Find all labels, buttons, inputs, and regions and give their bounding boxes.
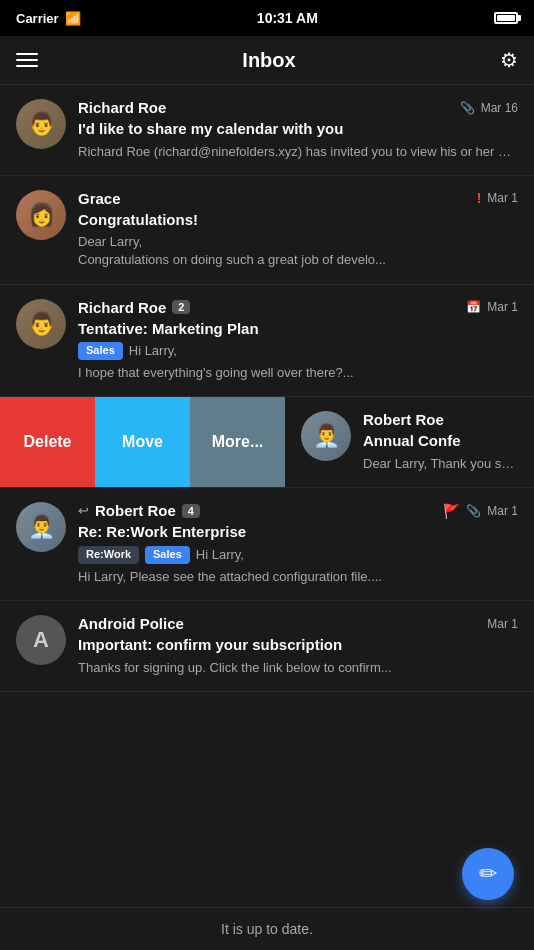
email-preview: Dear Larry, Thank you so ver xyxy=(363,455,518,473)
email-content: Android Police Mar 1 Important: confirm … xyxy=(78,615,518,677)
bottom-bar: It is up to date. xyxy=(0,907,534,950)
avatar: 👨‍💼 xyxy=(301,411,351,461)
inline-preview: Hi Larry, xyxy=(196,546,244,564)
email-subject: Congratulations! xyxy=(78,210,518,230)
email-list: 👨 Richard Roe 📎 Mar 16 I'd like to share… xyxy=(0,85,534,692)
swipe-actions: Delete Move More... xyxy=(0,397,285,487)
email-subject: Re: Re:Work Enterprise xyxy=(78,522,518,542)
more-button[interactable]: More... xyxy=(190,397,285,487)
email-preview: Thanks for signing up. Click the link be… xyxy=(78,659,518,677)
menu-button[interactable] xyxy=(16,53,38,67)
sender-name: Richard Roe xyxy=(78,99,166,116)
email-date: Mar 1 xyxy=(487,617,518,631)
email-item[interactable]: 👩 Grace ! Mar 1 Congratulations! Dear La… xyxy=(0,176,534,285)
attachment-icon: 📎 xyxy=(466,504,481,518)
avatar: A xyxy=(16,615,66,665)
tag-rework: Re:Work xyxy=(78,546,139,564)
reply-icon: ↩ xyxy=(78,503,89,518)
email-content: Richard Roe 2 📅 Mar 1 Tentative: Marketi… xyxy=(78,299,518,383)
tag-sales: Sales xyxy=(145,546,190,564)
page-title: Inbox xyxy=(242,49,295,72)
sender-name: Robert Roe xyxy=(95,502,176,519)
filter-button[interactable]: ⚙ xyxy=(500,48,518,72)
email-date: Mar 1 xyxy=(487,504,518,518)
count-badge: 4 xyxy=(182,504,200,518)
avatar: 👨‍💼 xyxy=(16,502,66,552)
email-subject: Annual Confe xyxy=(363,431,518,451)
sender-name: Grace xyxy=(78,190,121,207)
compose-icon: ✏ xyxy=(479,861,497,887)
battery-area xyxy=(494,12,518,24)
flag-icon: 🚩 xyxy=(443,503,460,519)
avatar-letter: A xyxy=(33,627,49,653)
email-date: Mar 1 xyxy=(487,191,518,205)
email-date: Mar 16 xyxy=(481,101,518,115)
count-badge: 2 xyxy=(172,300,190,314)
tags-row: Sales Hi Larry, xyxy=(78,342,518,360)
wifi-icon: 📶 xyxy=(65,11,81,26)
email-content: ↩ Robert Roe 4 🚩 📎 Mar 1 Re: Re:Work Ent… xyxy=(78,502,518,586)
delete-button[interactable]: Delete xyxy=(0,397,95,487)
email-content: Richard Roe 📎 Mar 16 I'd like to share m… xyxy=(78,99,518,161)
time-display: 10:31 AM xyxy=(257,10,318,26)
email-item[interactable]: 👨 Richard Roe 📎 Mar 16 I'd like to share… xyxy=(0,85,534,176)
carrier-info: Carrier 📶 xyxy=(16,11,81,26)
sender-name: Robert Roe xyxy=(363,411,444,428)
status-bar: Carrier 📶 10:31 AM xyxy=(0,0,534,36)
swipe-row: Delete Move More... 👨‍💼 Robert Roe Annua… xyxy=(0,397,534,488)
email-subject: I'd like to share my calendar with you xyxy=(78,119,518,139)
email-date: Mar 1 xyxy=(487,300,518,314)
email-subject: Tentative: Marketing Plan xyxy=(78,319,518,339)
calendar-icon: 📅 xyxy=(466,300,481,314)
status-text: It is up to date. xyxy=(221,921,313,937)
email-preview: Hi Larry, xyxy=(129,342,177,360)
email-item[interactable]: A Android Police Mar 1 Important: confir… xyxy=(0,601,534,692)
avatar: 👨 xyxy=(16,299,66,349)
email-content: Grace ! Mar 1 Congratulations! Dear Larr… xyxy=(78,190,518,270)
email-preview: Richard Roe (richard@ninefolders.xyz) ha… xyxy=(78,143,518,161)
move-button[interactable]: Move xyxy=(95,397,190,487)
email-item[interactable]: 👨 Richard Roe 2 📅 Mar 1 Tentative: Marke… xyxy=(0,285,534,398)
sender-name: Android Police xyxy=(78,615,184,632)
email-subject: Important: confirm your subscription xyxy=(78,635,518,655)
carrier-label: Carrier xyxy=(16,11,59,26)
email-item[interactable]: 👨‍💼 ↩ Robert Roe 4 🚩 📎 Mar 1 Re: Re:Work… xyxy=(0,488,534,601)
avatar: 👩 xyxy=(16,190,66,240)
priority-icon: ! xyxy=(477,190,482,206)
email-preview: Dear Larry,Congratulations on doing such… xyxy=(78,233,518,269)
battery-icon xyxy=(494,12,518,24)
tag-sales: Sales xyxy=(78,342,123,360)
email-preview: Hi Larry, Please see the attached config… xyxy=(78,568,518,586)
tags-row: Re:Work Sales Hi Larry, xyxy=(78,546,518,564)
avatar: 👨 xyxy=(16,99,66,149)
compose-button[interactable]: ✏ xyxy=(462,848,514,900)
email-item[interactable]: 👨‍💼 Robert Roe Annual Confe Dear Larry, … xyxy=(285,397,534,487)
header: Inbox ⚙ xyxy=(0,36,534,85)
sender-name: Richard Roe xyxy=(78,299,166,316)
email-preview: I hope that everything's going well over… xyxy=(78,364,518,382)
email-content: Robert Roe Annual Confe Dear Larry, Than… xyxy=(363,411,518,473)
attachment-icon: 📎 xyxy=(460,101,475,115)
